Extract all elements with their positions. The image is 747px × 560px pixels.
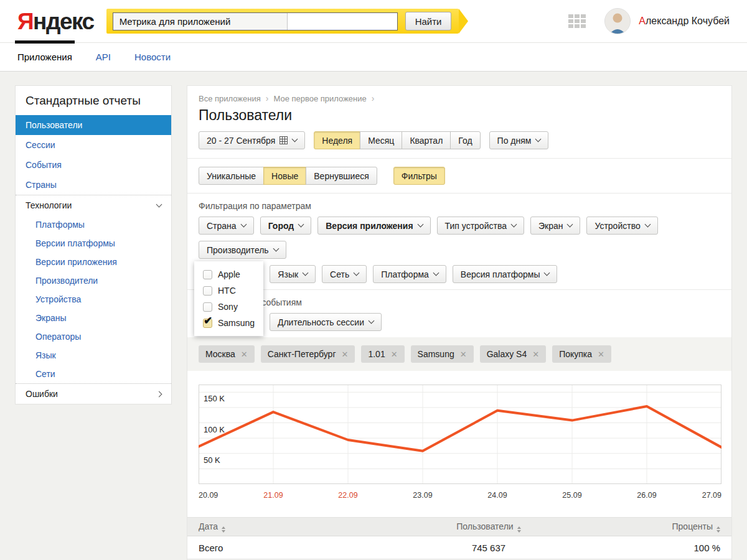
remove-tag-icon[interactable]: ✕ bbox=[598, 350, 604, 359]
sidebar-item-устройства[interactable]: Устройства bbox=[16, 290, 171, 309]
checkbox-unchecked[interactable] bbox=[203, 286, 212, 296]
dropdown-option-sony[interactable]: Sony bbox=[203, 302, 255, 312]
segment-new-button[interactable]: Новые bbox=[263, 167, 306, 185]
manufacturer-dropdown-panel: AppleHTCSony✔Samsung bbox=[194, 261, 263, 336]
avatar[interactable] bbox=[604, 8, 631, 34]
checkbox-unchecked[interactable] bbox=[203, 270, 212, 279]
granularity-dropdown[interactable]: По дням bbox=[489, 131, 549, 149]
filter-dropdown-сеть[interactable]: Сеть bbox=[322, 265, 367, 283]
checkbox-checked[interactable]: ✔ bbox=[203, 319, 212, 328]
search-input-query[interactable] bbox=[288, 13, 397, 30]
search-input-service[interactable]: Метрика для приложений bbox=[113, 13, 288, 30]
breadcrumb-all-apps[interactable]: Все приложения bbox=[199, 94, 261, 103]
period-year-button[interactable]: Год bbox=[450, 131, 480, 149]
dropdown-option-label: Apple bbox=[218, 269, 240, 279]
users-chart: 50 K100 K150 K20.0921.0922.0923.0924.092… bbox=[187, 371, 731, 506]
sidebar-item-страны[interactable]: Страны bbox=[16, 175, 171, 195]
sidebar-item-пользователи[interactable]: Пользователи bbox=[16, 115, 171, 135]
breadcrumb: Все приложения › Мое первое приложение › bbox=[187, 93, 731, 103]
remove-tag-icon[interactable]: ✕ bbox=[241, 350, 248, 359]
dropdown-option-label: Sony bbox=[218, 302, 238, 312]
column-header-date[interactable]: Дата bbox=[187, 521, 383, 533]
sidebar-item-события[interactable]: События bbox=[16, 155, 171, 175]
sidebar-item-label: Сессии bbox=[26, 140, 55, 150]
period-week-button[interactable]: Неделя bbox=[314, 131, 360, 149]
sidebar-item-операторы[interactable]: Операторы bbox=[16, 327, 171, 346]
remove-tag-icon[interactable]: ✕ bbox=[460, 350, 467, 359]
filter-dropdown-устройство[interactable]: Устройство bbox=[586, 217, 657, 235]
sidebar-item-сети[interactable]: Сети bbox=[16, 365, 171, 383]
segment-returning-button[interactable]: Вернувшиеся bbox=[306, 167, 377, 185]
chevron-down-icon bbox=[156, 201, 162, 207]
yandex-logo[interactable]: Яндекс bbox=[17, 10, 94, 33]
period-month-button[interactable]: Месяц bbox=[360, 131, 402, 149]
sidebar-item-label: Язык bbox=[35, 350, 56, 360]
sidebar-item-производители[interactable]: Производители bbox=[16, 271, 171, 290]
filter-dropdown-платформа[interactable]: Платформа bbox=[373, 265, 446, 283]
cell-date: Всего bbox=[187, 543, 383, 553]
sidebar-item-label: Версии платформы bbox=[35, 238, 115, 248]
period-quarter-button[interactable]: Квартал bbox=[402, 131, 451, 149]
filter-tag-label: Samsung bbox=[418, 349, 454, 359]
nav-tab-apps[interactable]: Приложения bbox=[17, 43, 72, 71]
sidebar-item-платформы[interactable]: Платформы bbox=[16, 215, 171, 234]
sidebar-item-версии платформы[interactable]: Версии платформы bbox=[16, 234, 171, 253]
chevron-down-icon bbox=[644, 222, 651, 228]
nav-tab-api[interactable]: API bbox=[96, 43, 111, 71]
chevron-down-icon bbox=[511, 222, 517, 228]
x-axis-tick: 25.09 bbox=[562, 491, 581, 500]
date-range-button[interactable]: 20 - 27 Сентября bbox=[199, 131, 305, 149]
filter-tag-покупка: Покупка✕ bbox=[552, 345, 611, 363]
report-content: Все приложения › Мое первое приложение ›… bbox=[187, 85, 732, 560]
filter-dropdown-label: Версия платформы bbox=[461, 269, 540, 279]
events-filter-row: СобытияДлительность сессии bbox=[187, 313, 731, 331]
nav-tab-news[interactable]: Новости bbox=[134, 43, 171, 71]
filter-dropdown-версия-платформы[interactable]: Версия платформы bbox=[453, 265, 558, 283]
filter-dropdown-экран[interactable]: Экран bbox=[530, 217, 581, 235]
filter-tag-galaxy-s4: Galaxy S4✕ bbox=[480, 345, 547, 363]
sidebar-item-версии приложения[interactable]: Версии приложения bbox=[16, 253, 171, 271]
breadcrumb-my-first-app[interactable]: Мое первое приложение bbox=[273, 94, 366, 103]
chevron-down-icon bbox=[354, 270, 360, 276]
column-header-percent[interactable]: Проценты bbox=[594, 521, 731, 533]
filter-dropdown-длительность-сессии[interactable]: Длительность сессии bbox=[270, 313, 382, 331]
filter-dropdown-label: Длительность сессии bbox=[278, 317, 364, 327]
sidebar-item-экраны[interactable]: Экраны bbox=[16, 309, 171, 327]
sort-icon[interactable] bbox=[222, 526, 225, 533]
logo-rest: ндекс bbox=[33, 9, 94, 34]
x-axis-tick: 27.09 bbox=[702, 491, 721, 500]
active-filter-tags: Москва✕Санкт-Петербург✕1.01✕Samsung✕Gala… bbox=[187, 337, 731, 371]
sort-icon[interactable] bbox=[716, 526, 720, 533]
dropdown-option-apple[interactable]: Apple bbox=[203, 269, 255, 279]
dropdown-option-samsung[interactable]: ✔Samsung bbox=[203, 318, 255, 328]
filter-dropdown-производитель[interactable]: Производитель bbox=[199, 241, 286, 259]
filter-dropdown-версия-приложения[interactable]: Версия приложения bbox=[317, 217, 430, 235]
filter-dropdown-тип-устройства[interactable]: Тип устройства bbox=[437, 217, 524, 235]
sidebar-item-технологии[interactable]: Технологии bbox=[16, 195, 171, 215]
filters-toggle-button[interactable]: Фильтры bbox=[393, 167, 445, 185]
sort-icon[interactable] bbox=[517, 526, 521, 533]
x-axis-tick: 26.09 bbox=[637, 491, 656, 500]
filter-dropdown-label: Тип устройства bbox=[445, 221, 507, 231]
remove-tag-icon[interactable]: ✕ bbox=[391, 350, 398, 359]
sidebar-item-ошибки[interactable]: Ошибки bbox=[16, 384, 171, 404]
sidebar-list: ПользователиСессииСобытияСтраныТехнологи… bbox=[16, 115, 171, 404]
divider bbox=[187, 158, 731, 159]
segment-unique-button[interactable]: Уникальные bbox=[199, 167, 264, 185]
sidebar-item-сессии[interactable]: Сессии bbox=[16, 135, 171, 155]
user-name[interactable]: Александр Кочубей bbox=[639, 16, 730, 27]
filter-tag-label: Galaxy S4 bbox=[487, 349, 527, 359]
search-button[interactable]: Найти bbox=[405, 12, 452, 30]
filter-dropdown-страна[interactable]: Страна bbox=[199, 217, 254, 235]
dropdown-option-htc[interactable]: HTC bbox=[203, 286, 255, 296]
user-name-first-letter: А bbox=[639, 16, 646, 26]
remove-tag-icon[interactable]: ✕ bbox=[342, 350, 349, 359]
filter-dropdown-город[interactable]: Город bbox=[260, 217, 312, 235]
checkbox-unchecked[interactable] bbox=[203, 302, 212, 312]
remove-tag-icon[interactable]: ✕ bbox=[532, 350, 539, 359]
filter-dropdown-язык[interactable]: Язык bbox=[270, 265, 316, 283]
apps-grid-icon[interactable] bbox=[568, 14, 586, 28]
column-header-users[interactable]: Пользователи bbox=[383, 521, 594, 533]
main-nav: Приложения API Новости bbox=[0, 42, 747, 72]
sidebar-item-язык[interactable]: Язык bbox=[16, 346, 171, 365]
